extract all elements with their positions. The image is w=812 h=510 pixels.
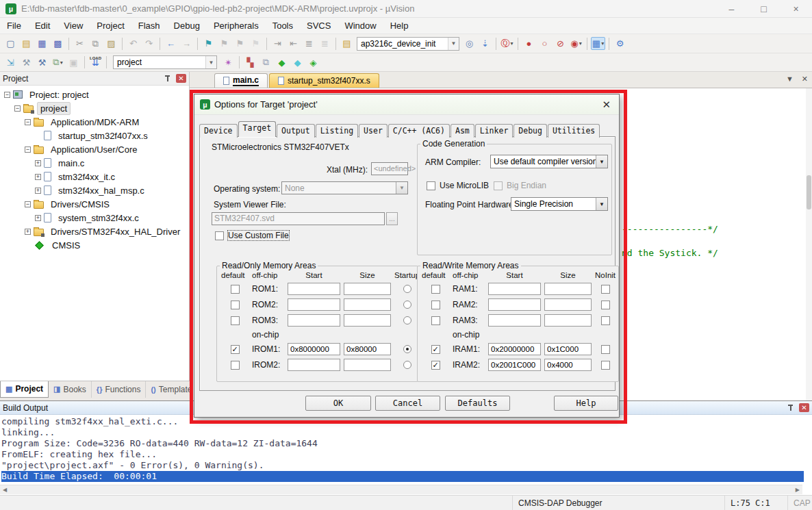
open-folder-icon[interactable]: ▤: [19, 37, 34, 50]
toggle-bookmark-icon[interactable]: ⚑: [201, 37, 216, 50]
next-bookmark-icon[interactable]: ⚑: [233, 37, 247, 50]
tree-item[interactable]: startup_stm32f407xx.s: [1, 129, 189, 142]
target-select[interactable]: project▼: [113, 55, 217, 69]
dock-tab-functions[interactable]: {}Functions: [92, 381, 147, 398]
ram-ram1-size-input[interactable]: [544, 283, 592, 295]
dock-tab-project[interactable]: ▦Project: [0, 381, 49, 398]
rom-rom3-size-input[interactable]: [344, 314, 391, 327]
rom-irom2-size-input[interactable]: [344, 359, 391, 371]
dialog-close-icon[interactable]: ✕: [599, 99, 613, 111]
menu-project[interactable]: Project: [90, 18, 131, 33]
menu-flash[interactable]: Flash: [131, 18, 167, 33]
stop-build-icon[interactable]: ▣: [66, 56, 81, 69]
select-packs-icon[interactable]: ◆: [290, 56, 305, 69]
big-endian-checkbox[interactable]: Big Endian: [494, 181, 546, 190]
menu-edit[interactable]: Edit: [28, 18, 57, 33]
clear-bookmarks-icon[interactable]: ⚑: [249, 37, 263, 50]
rom-rom1-start-input[interactable]: [288, 283, 340, 295]
tree-item[interactable]: CMSIS: [1, 238, 189, 252]
tab-debug[interactable]: Debug: [513, 124, 547, 138]
tree-item[interactable]: +Drivers/STM32F4xx_HAL_Driver: [1, 225, 189, 238]
paste-icon[interactable]: ▨: [104, 37, 118, 50]
build-horizontal-scrollbar[interactable]: ◀ ▶: [0, 485, 802, 494]
operating-system-select[interactable]: None ▼: [281, 181, 408, 194]
system-viewer-file-input[interactable]: STM32F407.svd: [212, 212, 385, 225]
menu-peripherals[interactable]: Peripherals: [207, 18, 266, 33]
rom-rom2-default-checkbox[interactable]: [231, 301, 240, 309]
collapse-icon[interactable]: −: [14, 105, 21, 112]
tree-item[interactable]: +stm32f4xx_it.c: [1, 170, 189, 183]
pin-icon[interactable]: [164, 75, 172, 83]
cancel-button[interactable]: Cancel: [375, 396, 440, 411]
menu-view[interactable]: View: [57, 18, 90, 33]
cut-icon[interactable]: ✂: [73, 37, 87, 50]
chevron-down-icon[interactable]: ▾: [601, 40, 604, 47]
ram-ram2-size-input[interactable]: [544, 298, 592, 311]
scroll-right-icon[interactable]: ▶: [793, 487, 802, 493]
rebuild-icon[interactable]: ⚒: [35, 56, 49, 69]
ok-button[interactable]: OK: [305, 396, 371, 411]
tree-item[interactable]: −Application/User/Core: [1, 142, 189, 156]
tree-item[interactable]: −project: [1, 101, 189, 115]
build-icon[interactable]: ⚒: [19, 56, 34, 69]
pin-icon[interactable]: [787, 404, 795, 412]
xtal-input[interactable]: <undefined>: [371, 162, 408, 175]
editor-tab-main.c[interactable]: main.c: [214, 73, 268, 88]
ram-iram2-default-checkbox[interactable]: ✓: [431, 361, 440, 370]
tree-item[interactable]: +stm32f4xx_hal_msp.c: [1, 183, 189, 197]
tab-user[interactable]: User: [359, 124, 388, 138]
ram-ram1-default-checkbox[interactable]: [431, 285, 440, 294]
translate-file-icon[interactable]: ⇲: [3, 56, 18, 69]
chevron-down-icon[interactable]: ▾: [60, 60, 63, 66]
scroll-left-icon[interactable]: ◀: [0, 487, 10, 493]
collapse-icon[interactable]: −: [25, 201, 31, 207]
rom-irom2-startup-radio[interactable]: [403, 361, 411, 369]
new-file-icon[interactable]: ▢: [3, 37, 18, 50]
rom-rom3-startup-radio[interactable]: [403, 316, 411, 324]
kill-breakpoints-icon[interactable]: ◉▾: [569, 37, 583, 50]
tab-linker[interactable]: Linker: [475, 124, 513, 138]
expand-icon[interactable]: +: [35, 160, 41, 166]
tree-item[interactable]: −Application/MDK-ARM: [1, 115, 189, 129]
tab-device[interactable]: Device: [199, 124, 238, 138]
rom-irom2-default-checkbox[interactable]: [231, 361, 240, 370]
rom-irom1-default-checkbox[interactable]: ✓: [231, 345, 240, 354]
ram-ram3-noinit-checkbox[interactable]: [601, 316, 610, 325]
comment-icon[interactable]: ≣: [302, 37, 316, 50]
rom-rom2-size-input[interactable]: [344, 298, 391, 311]
prev-bookmark-icon[interactable]: ⚑: [217, 37, 231, 50]
expand-icon[interactable]: +: [35, 174, 41, 180]
document-list-dropdown-icon[interactable]: ▼: [786, 75, 794, 84]
tab-output[interactable]: Output: [277, 124, 315, 138]
rom-rom2-start-input[interactable]: [288, 298, 340, 311]
use-custom-file-checkbox[interactable]: Use Custom File: [215, 231, 289, 240]
navigate-back-icon[interactable]: ←: [164, 37, 178, 50]
rom-irom2-start-input[interactable]: [288, 359, 340, 371]
ram-iram1-default-checkbox[interactable]: ✓: [431, 345, 440, 354]
menu-debug[interactable]: Debug: [167, 18, 207, 33]
editor-tab-startup_stm32f407xx.s[interactable]: startup_stm32f407xx.s: [269, 73, 379, 88]
rom-rom1-size-input[interactable]: [344, 283, 391, 295]
window-stack-icon[interactable]: ⧉: [259, 56, 273, 69]
menu-svcs[interactable]: SVCS: [300, 18, 338, 33]
rom-rom3-start-input[interactable]: [288, 314, 340, 327]
expand-icon[interactable]: +: [35, 188, 41, 194]
ram-ram1-noinit-checkbox[interactable]: [601, 285, 610, 294]
download-load-icon[interactable]: ⇊LOAD: [88, 56, 103, 69]
maximize-button[interactable]: □: [748, 0, 780, 18]
ram-iram2-size-input[interactable]: [544, 359, 592, 371]
ram-ram2-noinit-checkbox[interactable]: [601, 301, 610, 309]
tab-c-c-ac6-[interactable]: C/C++ (AC6): [388, 124, 450, 138]
use-microlib-checkbox[interactable]: Use MicroLIB: [427, 181, 489, 190]
tab-utilities[interactable]: Utilities: [548, 124, 600, 138]
tab-asm[interactable]: Asm: [451, 124, 474, 138]
menu-window[interactable]: Window: [338, 18, 383, 33]
tree-item[interactable]: −Project: project: [1, 88, 189, 101]
menu-tools[interactable]: Tools: [266, 18, 300, 33]
chevron-down-icon[interactable]: ▾: [579, 40, 582, 47]
floating-point-hardware-select[interactable]: Single Precision ▼: [511, 197, 608, 211]
chevron-down-icon[interactable]: ▼: [596, 155, 607, 168]
insert-breakpoint-icon[interactable]: ●: [522, 37, 536, 50]
ram-iram2-start-input[interactable]: [488, 359, 541, 371]
manage-rte-icon[interactable]: ◆: [275, 56, 289, 69]
